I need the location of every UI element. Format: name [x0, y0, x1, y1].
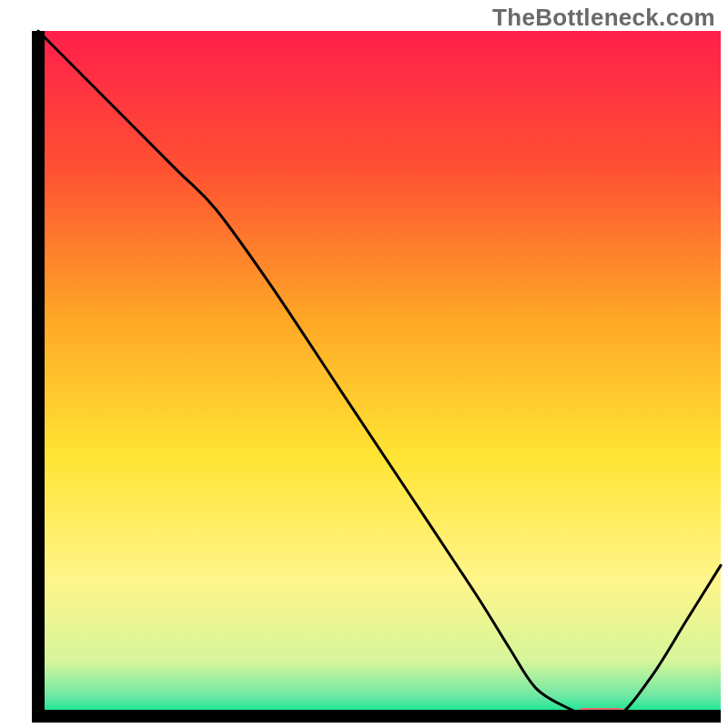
bottleneck-curve-chart	[0, 0, 728, 728]
chart-frame: TheBottleneck.com	[0, 0, 728, 728]
watermark-label: TheBottleneck.com	[492, 4, 715, 32]
